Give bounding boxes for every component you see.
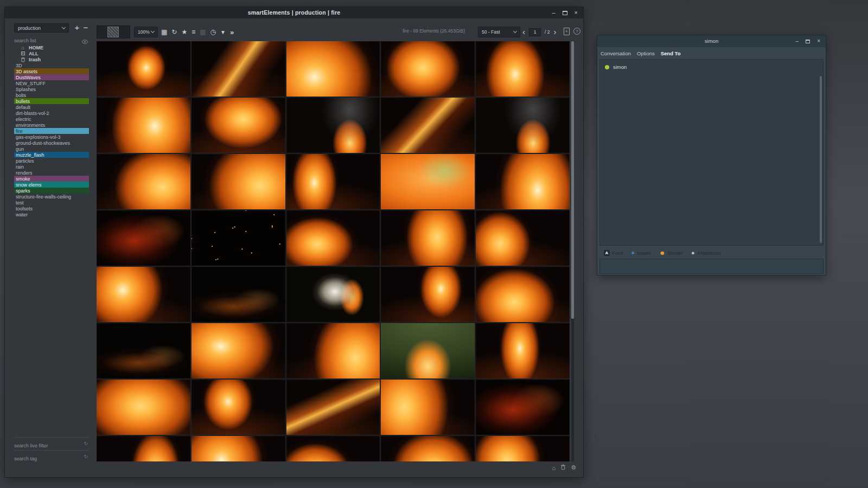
- asset-thumbnail[interactable]: [192, 267, 285, 322]
- favorites-icon[interactable]: ★: [181, 28, 187, 36]
- asset-thumbnail[interactable]: [381, 436, 475, 461]
- sidebar-item-renders[interactable]: renders: [14, 170, 89, 176]
- new-page-icon[interactable]: +: [564, 28, 570, 35]
- asset-thumbnail[interactable]: [381, 41, 475, 97]
- asset-thumbnail[interactable]: [476, 41, 570, 97]
- sidebar-item-bullets[interactable]: bullets: [14, 98, 89, 104]
- collection-select[interactable]: production: [14, 23, 69, 33]
- asset-thumbnail[interactable]: [286, 380, 380, 435]
- asset-thumbnail[interactable]: [286, 154, 380, 209]
- sidebar-item-dirt-blasts-vol-2[interactable]: dirt-blasts-vol-2: [14, 110, 89, 116]
- asset-thumbnail[interactable]: [476, 154, 570, 209]
- smile--button[interactable]: ☻Smile!: [659, 250, 683, 256]
- sidebar-item-new-stuff[interactable]: NEW_STUFF: [14, 80, 89, 86]
- grid-view-icon[interactable]: ▦: [161, 28, 167, 36]
- skip-forward-icon[interactable]: »: [230, 28, 234, 36]
- grid-scrollbar-thumb[interactable]: [571, 41, 574, 319]
- close-button[interactable]: ×: [575, 10, 578, 16]
- help-icon[interactable]: ?: [573, 28, 580, 35]
- asset-thumbnail[interactable]: [192, 380, 285, 435]
- sidebar-item-dustwaves[interactable]: DustWaves: [14, 74, 89, 80]
- asset-thumbnail[interactable]: [476, 380, 570, 435]
- asset-thumbnail[interactable]: [286, 210, 380, 266]
- tab-options[interactable]: Options: [637, 50, 655, 56]
- asset-thumbnail[interactable]: [97, 154, 190, 209]
- tab-send-to[interactable]: Send To: [661, 50, 681, 56]
- slider-handle[interactable]: [107, 27, 119, 37]
- grid-scrollbar[interactable]: [571, 41, 574, 461]
- sidebar-item-ground-dust-shockwaves[interactable]: ground-dust-shockwaves: [14, 140, 89, 146]
- asset-thumbnail[interactable]: [476, 323, 570, 378]
- sidebar-item-trash[interactable]: trash: [14, 56, 89, 62]
- asset-thumbnail[interactable]: [97, 436, 190, 461]
- sidebar-item-splashes[interactable]: Splashes: [14, 86, 89, 92]
- close-button[interactable]: ×: [817, 38, 820, 44]
- insert-button[interactable]: +Insert: [631, 250, 651, 256]
- home-icon[interactable]: ⌂: [552, 465, 556, 471]
- sidebar-item-electric[interactable]: electric: [14, 116, 89, 122]
- sidebar-item-sparks[interactable]: sparks: [14, 188, 89, 194]
- asset-thumbnail[interactable]: [286, 436, 380, 461]
- asset-thumbnail[interactable]: [97, 323, 190, 378]
- chat-titlebar[interactable]: simon – ×: [597, 35, 826, 47]
- minimize-button[interactable]: –: [552, 10, 555, 16]
- sidebar-item-home[interactable]: ⌂HOME: [14, 44, 89, 50]
- trash-icon[interactable]: [560, 464, 566, 471]
- history-icon[interactable]: ◷: [210, 28, 216, 36]
- asset-thumbnail[interactable]: [286, 98, 380, 153]
- sidebar-item-3d-assets[interactable]: 3D assets: [14, 68, 89, 74]
- asset-thumbnail[interactable]: [381, 98, 475, 153]
- prev-page-button[interactable]: ‹: [522, 28, 525, 36]
- asset-thumbnail[interactable]: [381, 323, 475, 378]
- font-button[interactable]: AFont: [604, 250, 623, 256]
- asset-thumbnail[interactable]: [286, 41, 380, 97]
- asset-thumbnail[interactable]: [476, 210, 570, 266]
- sidebar-item-structure-fire-walls-ceiling[interactable]: structure-fire-walls-ceiling: [14, 194, 89, 200]
- refresh-icon[interactable]: ↻: [84, 441, 88, 446]
- sidebar-item-gun[interactable]: gun: [14, 146, 89, 152]
- asset-thumbnail[interactable]: [97, 98, 190, 153]
- search-list-input[interactable]: [14, 37, 78, 44]
- sidebar-item-fire[interactable]: fire: [14, 128, 89, 134]
- refresh-icon[interactable]: ↻: [171, 28, 177, 36]
- asset-thumbnail[interactable]: [97, 210, 190, 266]
- asset-thumbnail[interactable]: [381, 267, 475, 322]
- asset-thumbnail[interactable]: [476, 436, 570, 461]
- sidebar-item-rain[interactable]: rain: [14, 164, 89, 170]
- refresh-icon[interactable]: ↻: [84, 454, 88, 459]
- asset-thumbnail[interactable]: [192, 323, 285, 378]
- sidebar-item-toolsets[interactable]: toolsets: [14, 206, 89, 211]
- maximize-button[interactable]: [806, 40, 810, 43]
- sidebar-item-water[interactable]: water: [14, 211, 89, 217]
- sidebar-item-bolts[interactable]: bolts: [14, 92, 89, 98]
- asset-thumbnail[interactable]: [381, 380, 475, 435]
- asset-thumbnail[interactable]: [97, 267, 190, 322]
- asset-thumbnail[interactable]: [381, 154, 475, 209]
- sidebar-item-default[interactable]: default: [14, 104, 89, 110]
- settings-icon[interactable]: ⚙: [571, 464, 576, 471]
- minimize-button[interactable]: –: [796, 38, 799, 44]
- sidebar-item-test[interactable]: test: [14, 200, 89, 206]
- filter-icon[interactable]: ▼: [220, 29, 226, 35]
- asset-thumbnail[interactable]: [97, 41, 190, 97]
- sidebar-item-snow-elems[interactable]: snow elems: [14, 182, 89, 188]
- tab-conversation[interactable]: Conversation: [601, 50, 631, 56]
- page-size-select[interactable]: 50 - Fast: [478, 27, 520, 37]
- asset-thumbnail[interactable]: [192, 210, 285, 266]
- main-titlebar[interactable]: smartElements | production | fire – ×: [5, 7, 583, 18]
- sidebar-item-gas-explosions-vol-3[interactable]: gas-explosions-vol-3: [14, 134, 89, 140]
- asset-thumbnail[interactable]: [381, 210, 475, 266]
- sidebar-item-3d[interactable]: 3D: [14, 62, 89, 68]
- sidebar-item-muzzle-flash[interactable]: muzzle_flash: [14, 152, 89, 158]
- asset-thumbnail[interactable]: [192, 436, 285, 461]
- thumbnail-size-slider[interactable]: [97, 25, 130, 38]
- asset-thumbnail[interactable]: [476, 98, 570, 153]
- sort-list-icon[interactable]: ≡: [192, 28, 195, 36]
- contact-row[interactable]: simon: [600, 60, 823, 74]
- sidebar-item-smoke[interactable]: smoke: [14, 176, 89, 182]
- sidebar-item-particles[interactable]: particles: [14, 158, 89, 164]
- zoom-select[interactable]: 100%: [134, 27, 158, 37]
- preview-icon[interactable]: ▩: [200, 28, 206, 36]
- chat-scrollbar-thumb[interactable]: [820, 76, 822, 243]
- asset-thumbnail[interactable]: [192, 98, 285, 153]
